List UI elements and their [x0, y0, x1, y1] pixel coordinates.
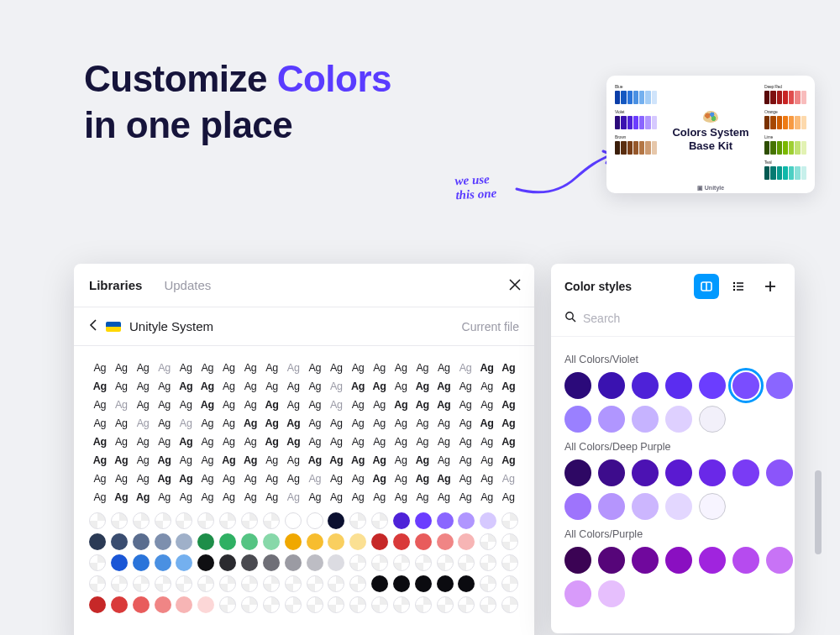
typography-sample[interactable]: Ag	[111, 489, 133, 506]
color-swatch[interactable]	[415, 533, 432, 550]
color-swatch[interactable]	[415, 554, 432, 571]
color-swatch[interactable]	[480, 512, 496, 529]
typography-sample[interactable]: Ag	[282, 489, 304, 506]
typography-sample[interactable]: Ag	[326, 415, 348, 432]
color-swatch[interactable]	[437, 554, 454, 571]
typography-sample[interactable]: Ag	[347, 415, 369, 432]
color-swatch[interactable]	[133, 554, 150, 571]
typography-sample[interactable]: Ag	[218, 396, 240, 413]
typography-sample[interactable]: Ag	[326, 359, 348, 376]
color-swatch[interactable]	[263, 533, 280, 550]
typography-sample[interactable]: Ag	[175, 396, 197, 413]
style-swatch[interactable]	[665, 547, 692, 574]
color-swatch[interactable]	[219, 575, 236, 592]
typography-sample[interactable]: Ag	[326, 378, 348, 395]
color-swatch[interactable]	[176, 554, 192, 571]
typography-sample[interactable]: Ag	[282, 415, 304, 432]
typography-sample[interactable]: Ag	[175, 433, 197, 450]
typography-sample[interactable]: Ag	[412, 378, 433, 395]
style-swatch[interactable]	[665, 406, 692, 433]
typography-sample[interactable]: Ag	[239, 489, 261, 506]
typography-sample[interactable]: Ag	[412, 470, 433, 487]
color-swatch[interactable]	[349, 533, 366, 550]
typography-sample[interactable]: Ag	[433, 415, 455, 432]
typography-sample[interactable]: Ag	[175, 470, 197, 487]
color-swatch[interactable]	[285, 533, 302, 550]
typography-sample[interactable]: Ag	[282, 396, 304, 413]
color-swatch[interactable]	[285, 512, 302, 529]
color-swatch[interactable]	[133, 575, 150, 592]
color-swatch[interactable]	[349, 596, 366, 613]
color-swatch[interactable]	[501, 512, 518, 529]
typography-sample[interactable]: Ag	[497, 378, 519, 395]
typography-sample[interactable]: Ag	[132, 470, 154, 487]
style-swatch[interactable]	[766, 547, 793, 574]
typography-sample[interactable]: Ag	[454, 378, 476, 395]
typography-sample[interactable]: Ag	[89, 433, 111, 450]
typography-sample[interactable]: Ag	[412, 433, 433, 450]
typography-sample[interactable]: Ag	[304, 470, 326, 487]
style-swatch[interactable]	[632, 372, 659, 399]
typography-sample[interactable]: Ag	[239, 359, 261, 376]
typography-sample[interactable]: Ag	[369, 378, 391, 395]
typography-sample[interactable]: Ag	[111, 452, 133, 469]
typography-sample[interactable]: Ag	[347, 452, 369, 469]
typography-sample[interactable]: Ag	[390, 470, 412, 487]
typography-sample[interactable]: Ag	[390, 415, 412, 432]
typography-sample[interactable]: Ag	[132, 415, 154, 432]
typography-sample[interactable]: Ag	[261, 470, 283, 487]
color-swatch[interactable]	[393, 533, 410, 550]
color-swatch[interactable]	[458, 512, 475, 529]
scrollbar-thumb[interactable]	[815, 470, 822, 554]
typography-sample[interactable]: Ag	[390, 452, 412, 469]
typography-sample[interactable]: Ag	[218, 452, 240, 469]
color-swatch[interactable]	[89, 596, 106, 613]
style-swatch[interactable]	[564, 580, 591, 607]
color-swatch[interactable]	[155, 596, 171, 613]
typography-sample[interactable]: Ag	[197, 396, 218, 413]
color-swatch[interactable]	[328, 575, 344, 592]
typography-sample[interactable]: Ag	[369, 470, 391, 487]
typography-sample[interactable]: Ag	[175, 378, 197, 395]
typography-sample[interactable]: Ag	[282, 359, 304, 376]
typography-sample[interactable]: Ag	[326, 489, 348, 506]
color-swatch[interactable]	[285, 596, 302, 613]
typography-sample[interactable]: Ag	[433, 452, 455, 469]
typography-sample[interactable]: Ag	[282, 470, 304, 487]
typography-sample[interactable]: Ag	[175, 359, 197, 376]
color-swatch[interactable]	[89, 575, 106, 592]
color-swatch[interactable]	[285, 554, 302, 571]
style-swatch[interactable]	[766, 459, 793, 486]
color-swatch[interactable]	[197, 575, 214, 592]
color-swatch[interactable]	[111, 575, 128, 592]
style-swatch[interactable]	[564, 493, 591, 520]
style-swatch[interactable]	[632, 547, 659, 574]
typography-sample[interactable]: Ag	[218, 433, 240, 450]
typography-sample[interactable]: Ag	[433, 359, 455, 376]
color-swatch[interactable]	[393, 575, 410, 592]
color-swatch[interactable]	[458, 554, 475, 571]
typography-sample[interactable]: Ag	[197, 415, 218, 432]
typography-sample[interactable]: Ag	[175, 489, 197, 506]
color-swatch[interactable]	[176, 512, 192, 529]
typography-sample[interactable]: Ag	[433, 378, 455, 395]
typography-sample[interactable]: Ag	[433, 489, 455, 506]
color-swatch[interactable]	[241, 512, 258, 529]
style-swatch[interactable]	[699, 406, 726, 433]
color-swatch[interactable]	[437, 575, 454, 592]
typography-sample[interactable]: Ag	[326, 452, 348, 469]
typography-sample[interactable]: Ag	[454, 396, 476, 413]
color-swatch[interactable]	[480, 554, 496, 571]
color-swatch[interactable]	[393, 512, 410, 529]
color-swatch[interactable]	[111, 554, 128, 571]
typography-sample[interactable]: Ag	[132, 452, 154, 469]
color-swatch[interactable]	[328, 533, 344, 550]
typography-sample[interactable]: Ag	[326, 470, 348, 487]
color-swatch[interactable]	[349, 575, 366, 592]
typography-sample[interactable]: Ag	[412, 415, 433, 432]
typography-sample[interactable]: Ag	[89, 489, 111, 506]
typography-sample[interactable]: Ag	[476, 433, 498, 450]
color-swatch[interactable]	[307, 596, 323, 613]
typography-sample[interactable]: Ag	[154, 359, 176, 376]
typography-sample[interactable]: Ag	[197, 452, 218, 469]
